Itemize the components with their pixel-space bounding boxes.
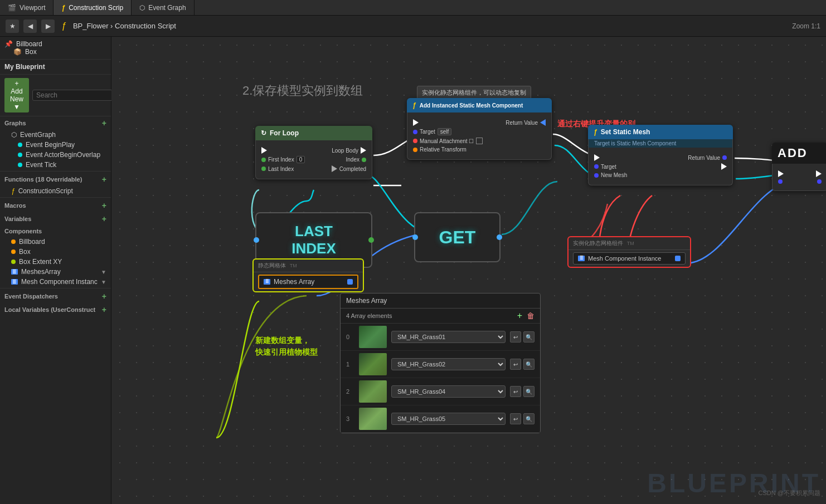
default-value-header: Meshes Array bbox=[341, 293, 540, 309]
array-select-1[interactable]: SM_HR_Grass02 bbox=[391, 358, 506, 370]
get-left-pin[interactable] bbox=[412, 234, 418, 240]
expand-icon-2: ▼ bbox=[101, 279, 106, 285]
loop-body-pin[interactable] bbox=[361, 147, 366, 154]
mesh-component-instance-node[interactable]: 实例化静态网格组件 TM ≣ Mesh Component Instance bbox=[567, 236, 691, 268]
main-layout: 📌 Billboard 📦 Box My Blueprint + Add New… bbox=[0, 37, 826, 504]
functions-section: Functions (18 Overridable) + bbox=[0, 173, 111, 186]
var-out-pin[interactable] bbox=[347, 279, 353, 285]
mesh-comp-pin[interactable] bbox=[675, 256, 681, 261]
for-loop-node[interactable]: ↻ For Loop Loop Body First Index 0 bbox=[255, 126, 372, 179]
event-dot bbox=[18, 143, 22, 147]
func-icon: ƒ bbox=[11, 187, 15, 195]
array-add-button[interactable]: + bbox=[517, 311, 522, 321]
set-target-pin[interactable] bbox=[594, 164, 599, 169]
set-exec-row: Return Value bbox=[594, 154, 727, 161]
last-index-right-pin[interactable] bbox=[368, 237, 374, 243]
browse-button-0[interactable]: ↩ bbox=[510, 331, 521, 342]
manual-attach-pin[interactable] bbox=[413, 139, 417, 143]
construction-icon: ƒ bbox=[61, 4, 65, 12]
event-actor-overlap-item[interactable]: Event ActorBeginOverlap bbox=[0, 150, 111, 160]
functions-add-button[interactable]: + bbox=[102, 175, 106, 184]
set-exec-out[interactable] bbox=[721, 163, 727, 170]
array-delete-button[interactable]: 🗑 bbox=[527, 311, 535, 321]
exec-in[interactable] bbox=[413, 119, 419, 126]
completed-pin[interactable] bbox=[332, 165, 337, 172]
dispatchers-add-button[interactable]: + bbox=[102, 292, 106, 301]
target-pin[interactable] bbox=[413, 130, 417, 134]
my-blueprint-header: My Blueprint bbox=[0, 60, 111, 75]
mesh-component-instance-item[interactable]: ≣ Mesh Component Instanc ▼ bbox=[0, 277, 111, 287]
search-button-3[interactable]: 🔍 bbox=[523, 413, 535, 424]
meshes-array-var-node[interactable]: 静态网格体 TM ≣ Meshes Array bbox=[252, 258, 364, 292]
add-exec-out[interactable] bbox=[816, 170, 822, 177]
browse-button-1[interactable]: ↩ bbox=[510, 359, 521, 370]
component-dot bbox=[11, 239, 16, 244]
event-begin-play-item[interactable]: Event BeginPlay bbox=[0, 140, 111, 150]
add-node[interactable]: ADD bbox=[772, 143, 826, 191]
tab-construction-script[interactable]: ƒ Construction Scrip bbox=[54, 0, 132, 15]
tab-event-graph[interactable]: ⬡ Event Graph bbox=[132, 0, 194, 15]
billboard-component-item[interactable]: Billboard bbox=[0, 237, 111, 247]
new-mesh-pin[interactable] bbox=[594, 173, 599, 178]
add-data-out[interactable] bbox=[817, 179, 822, 184]
get-right-pin[interactable] bbox=[497, 234, 502, 240]
event-graph-item[interactable]: ⬡ EventGraph bbox=[0, 130, 111, 140]
construction-script-item[interactable]: ƒ ConstructionScript bbox=[0, 186, 111, 196]
graphs-add-button[interactable]: + bbox=[102, 119, 106, 128]
array-actions-2: ↩ 🔍 bbox=[510, 386, 535, 397]
bookmark-button[interactable]: ★ bbox=[6, 19, 19, 33]
array-icon: ≣ bbox=[264, 279, 270, 285]
box-extent-xy-item[interactable]: Box Extent XY bbox=[0, 257, 111, 267]
breadcrumb: BP_Flower › Construction Script bbox=[73, 22, 176, 30]
array-actions-0: ↩ 🔍 bbox=[510, 331, 535, 342]
forward-button[interactable]: ▶ bbox=[41, 19, 55, 33]
set-exec-in[interactable] bbox=[594, 154, 600, 161]
set-return-pin[interactable] bbox=[722, 155, 727, 160]
array-select-0[interactable]: SM_HR_Grass01 bbox=[391, 331, 506, 343]
variables-add-button[interactable]: + bbox=[102, 214, 106, 223]
browse-button-3[interactable]: ↩ bbox=[510, 413, 521, 424]
meshes-array-item[interactable]: ≣ MeshesArray ▼ bbox=[0, 267, 111, 277]
search-button-2[interactable]: 🔍 bbox=[523, 386, 535, 397]
search-button-0[interactable]: 🔍 bbox=[523, 331, 535, 342]
blueprint-canvas[interactable]: 2.保存模型实例到数组 实例化静态网格组件，可以动态地复制 通过右键提升变量的别… bbox=[111, 37, 826, 504]
back-button[interactable]: ◀ bbox=[23, 19, 37, 33]
box-item[interactable]: 📦 Box bbox=[4, 48, 106, 56]
search-button-1[interactable]: 🔍 bbox=[523, 359, 535, 370]
for-loop-header: ↻ For Loop bbox=[255, 126, 372, 140]
checkbox[interactable] bbox=[476, 138, 483, 144]
macros-add-button[interactable]: + bbox=[102, 201, 106, 210]
last-index-text: LASTINDEX bbox=[291, 223, 336, 257]
exec-in-pin[interactable] bbox=[261, 147, 267, 154]
event-graph-icon: ⬡ bbox=[139, 4, 145, 12]
array-select-3[interactable]: SM_HR_Grass05 bbox=[391, 413, 506, 425]
box-component-item[interactable]: Box bbox=[0, 247, 111, 257]
tab-viewport[interactable]: 🎬 Viewport bbox=[0, 0, 54, 15]
local-vars-add-button[interactable]: + bbox=[102, 305, 106, 314]
set-static-mesh-node[interactable]: ƒ Set Static Mesh Target is Static Mesh … bbox=[588, 125, 733, 185]
add-exec-in[interactable] bbox=[778, 170, 784, 177]
search-input[interactable] bbox=[32, 90, 124, 101]
variables-section: Variables + bbox=[0, 212, 111, 226]
first-index-pin[interactable] bbox=[261, 158, 266, 162]
for-loop-last-index-row: Last Index Completed bbox=[261, 165, 366, 172]
billboard-item[interactable]: 📌 Billboard bbox=[4, 40, 106, 48]
add-exec-row bbox=[778, 170, 822, 177]
array-actions-1: ↩ 🔍 bbox=[510, 359, 535, 370]
last-index-pin[interactable] bbox=[261, 167, 266, 171]
add-data-in[interactable] bbox=[778, 179, 783, 184]
get-node[interactable]: GET bbox=[414, 212, 501, 262]
add-instanced-node[interactable]: ƒ Add Instanced Static Mesh Component Re… bbox=[407, 98, 552, 160]
index-pin[interactable] bbox=[362, 158, 366, 162]
add-new-button[interactable]: + Add New ▼ bbox=[4, 78, 29, 112]
top-bar: 🎬 Viewport ƒ Construction Scrip ⬡ Event … bbox=[0, 0, 826, 16]
meshes-array-value[interactable]: ≣ Meshes Array bbox=[258, 275, 358, 289]
rel-transform-pin[interactable] bbox=[413, 148, 417, 152]
billboard-icon: 📌 bbox=[4, 40, 13, 48]
return-pin[interactable] bbox=[540, 119, 546, 126]
mesh-comp-value[interactable]: ≣ Mesh Component Instance bbox=[573, 252, 686, 265]
array-select-2[interactable]: SM_HR_Grass04 bbox=[391, 385, 506, 398]
event-tick-item[interactable]: Event Tick bbox=[0, 160, 111, 170]
last-index-left-pin[interactable] bbox=[254, 237, 259, 243]
browse-button-2[interactable]: ↩ bbox=[510, 386, 521, 397]
